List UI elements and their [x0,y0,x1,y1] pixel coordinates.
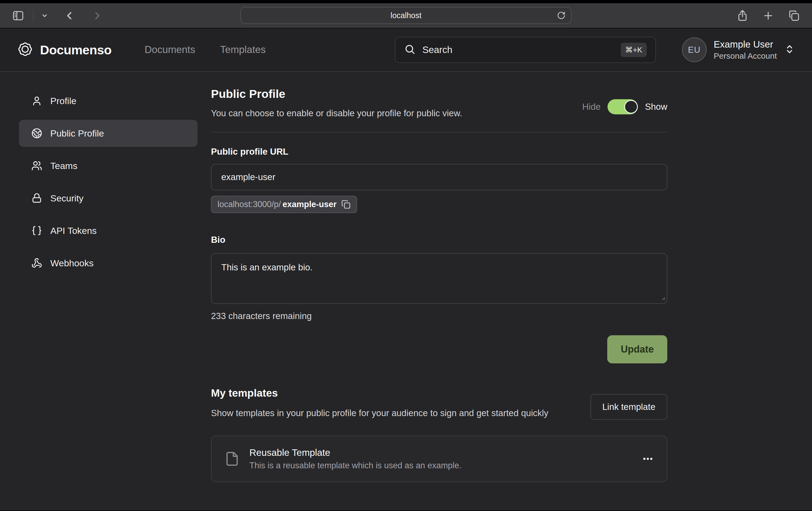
sidebar-item-security[interactable]: Security [19,185,198,212]
toggle-hide-label: Hide [582,102,601,112]
refresh-icon[interactable] [557,11,566,20]
search-icon [404,43,415,56]
brand-name: Documenso [40,42,112,57]
search-input[interactable]: Search ⌘+K [395,37,656,63]
new-tab-icon[interactable] [762,10,774,22]
browser-toolbar: localhost [0,3,812,28]
globe-icon [31,128,42,139]
resize-handle-icon[interactable] [659,294,666,302]
page-head-text: Public Profile You can choose to enable … [211,87,462,118]
toggle-show-label: Show [645,102,667,112]
chevron-down-icon[interactable] [41,12,48,19]
bio-textarea[interactable]: This is an example bio. [211,253,667,304]
sidebar-item-public-profile[interactable]: Public Profile [19,120,198,147]
sidebar-item-label: Security [50,193,84,204]
browser-window-controls [736,9,800,22]
sidebar-item-webhooks[interactable]: Webhooks [19,249,198,277]
template-description: This is a reusable template which is use… [250,461,461,471]
chevrons-up-down-icon [784,44,795,55]
share-icon[interactable] [736,9,749,22]
address-bar-url: localhost [390,11,422,20]
nav-documents[interactable]: Documents [145,44,195,55]
url-slug: example-user [282,200,337,209]
bio-section: Bio This is an example bio. 233 characte… [211,235,667,363]
visibility-toggle-group: Hide Show [582,99,667,114]
braces-icon [31,225,42,236]
update-button[interactable]: Update [607,335,667,363]
avatar: EU [682,37,707,62]
tab-overview-icon[interactable] [788,9,800,22]
sidebar-item-teams[interactable]: Teams [19,152,198,179]
nav-templates[interactable]: Templates [220,44,266,55]
page-subtitle: You can choose to enable or disable your… [211,108,462,118]
settings-sidebar: Profile Public Profile [0,72,211,510]
copy-icon[interactable] [341,200,351,209]
bio-textarea-wrap: This is an example bio. [211,253,667,304]
public-profile-settings: Public Profile You can choose to enable … [211,72,667,510]
toolbar-divider [33,10,33,22]
sidebar-toggle-icon[interactable] [12,9,24,22]
templates-title: My templates [211,387,548,399]
sidebar-item-label: API Tokens [50,226,96,236]
my-templates-section: My templates Show templates in your publ… [211,387,667,482]
url-section: Public profile URL localhost:3000/p/exam… [211,147,667,213]
template-meta: Reusable Template This is a reusable tem… [250,447,461,471]
template-title: Reusable Template [250,447,461,458]
update-row: Update [211,335,667,363]
browser-nav-controls [12,9,103,22]
account-type: Personal Account [714,51,777,61]
profile-url-input[interactable] [211,164,667,190]
users-icon [31,160,42,171]
sidebar-item-api-tokens[interactable]: API Tokens [19,217,198,244]
toggle-thumb [624,100,638,114]
ellipsis-menu-icon[interactable] [642,453,654,465]
link-template-button[interactable]: Link template [590,394,667,420]
section-divider [211,132,667,132]
main-nav: Documents Templates [145,44,266,55]
templates-head: My templates Show templates in your publ… [211,387,667,420]
profile-visibility-toggle[interactable] [608,99,638,114]
search-shortcut-badge: ⌘+K [621,43,646,57]
url-field-label: Public profile URL [211,147,667,157]
profile-url-preview[interactable]: localhost:3000/p/example-user [211,196,357,213]
templates-head-text: My templates Show templates in your publ… [211,387,548,420]
url-prefix: localhost:3000/p/ [218,200,281,209]
documenso-logo-icon [17,41,33,58]
template-card[interactable]: Reusable Template This is a reusable tem… [211,435,667,482]
file-icon [225,451,240,467]
lock-icon [31,193,42,204]
mac-top-strip [0,0,812,3]
back-button-icon[interactable] [63,10,75,22]
account-names: Example User Personal Account [714,39,777,61]
characters-remaining: 233 characters remaining [211,311,667,321]
app-header: Documenso Documents Templates Search ⌘+K… [0,28,812,72]
address-bar[interactable]: localhost [240,7,572,24]
app-window: Documenso Documents Templates Search ⌘+K… [0,28,812,510]
sidebar-item-profile[interactable]: Profile [19,87,198,114]
forward-button-icon [91,10,103,22]
sidebar-item-label: Public Profile [50,128,104,139]
brand[interactable]: Documenso [17,41,112,58]
account-name: Example User [714,39,777,50]
page-title: Public Profile [211,87,462,100]
sidebar-item-label: Profile [50,96,76,106]
webhook-icon [31,258,42,269]
sidebar-item-label: Webhooks [50,258,94,269]
screen: localhost [0,0,812,511]
page-head: Public Profile You can choose to enable … [211,87,667,118]
bio-field-label: Bio [211,235,667,245]
app-body: Profile Public Profile [0,72,812,510]
sidebar-item-label: Teams [50,160,77,171]
search-placeholder: Search [423,44,453,55]
user-icon [31,95,42,106]
templates-description: Show templates in your public profile fo… [211,406,548,420]
account-menu[interactable]: EU Example User Personal Account [682,37,795,62]
